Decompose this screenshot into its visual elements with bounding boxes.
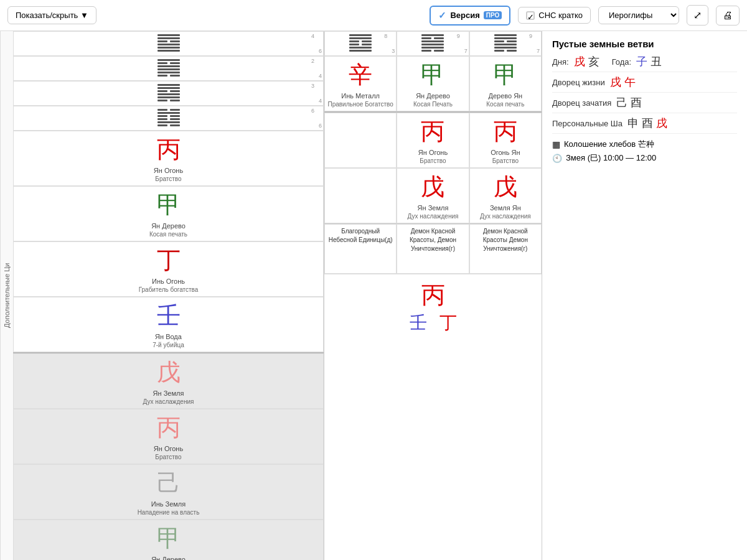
left-panel: 4 6 2 4 <box>13 31 324 560</box>
mid-gray-row2: 戊 Ян Земля Дух наслаждения 戊 Земля Ян Ду… <box>324 168 542 223</box>
mid-cell-2[interactable]: 9 7 <box>397 31 469 56</box>
palace-life-chars: 戌 午 <box>610 75 636 90</box>
num-tl-1: 4 <box>311 33 314 39</box>
mid-l1-2: Ян Дерево <box>398 92 467 100</box>
mid-gg2-l1-3: Земля Ян <box>471 204 540 212</box>
mid-gg2-l1-2: Ян Земля <box>398 204 467 212</box>
mid-l2-3: Косая печать <box>471 100 540 108</box>
gg-l1-3: Инь Земля <box>15 500 322 508</box>
left-g1-2[interactable]: 丙 Ян Огонь Братство <box>13 409 324 464</box>
time-label: Змея (巳) 10:00 — 12:00 <box>566 152 656 164</box>
clock-icon: 🕙 <box>552 154 562 163</box>
main-layout: Дополнительные Ци 4 6 2 4 <box>0 31 747 560</box>
mid-gg-l2-3: Братство <box>471 157 540 165</box>
version-checkmark: ✓ <box>438 10 446 21</box>
personal-sha-label: Персональные Ша <box>552 119 622 128</box>
mid-g1-1 <box>324 113 397 168</box>
left-g1-4[interactable]: 甲 Ян Дерево Косая печать <box>13 520 324 560</box>
h-label1-2: Ян Дерево <box>15 222 322 230</box>
right-panel: Пустые земные ветви Дня: 戌 亥 Года: 子 丑 Д… <box>542 31 747 560</box>
num-br-1: 6 <box>319 48 322 54</box>
year-char-1: 子 <box>636 55 647 68</box>
mid-gg-3: 丙 <box>471 116 540 147</box>
bottom-sub-chars: 壬 丁 <box>329 311 537 335</box>
trigram-2 <box>15 59 322 77</box>
mid-h1-3[interactable]: 甲 Дерево Ян Косая печать <box>469 56 542 111</box>
mid-h1-1[interactable]: 辛 Инь Металл Правильное Богатство <box>324 56 397 111</box>
mid-g1-2[interactable]: 丙 Ян Огонь Братство <box>397 113 469 168</box>
mid-gray-row1: 丙 Ян Огонь Братство 丙 Огонь Ян Братство <box>324 111 542 168</box>
mid-g2-2[interactable]: 戊 Ян Земля Дух наслаждения <box>397 168 469 223</box>
left-cell-1[interactable]: 4 6 <box>13 31 324 56</box>
day-char-1: 戌 <box>574 55 585 68</box>
sidebar-label: Дополнительные Ци <box>0 31 13 560</box>
gg-2: 丙 <box>15 412 322 444</box>
bottom-char-1: 壬 <box>410 311 427 335</box>
gg-1: 戊 <box>15 357 322 388</box>
palace-birth-label: Дворец зачатия <box>552 98 611 108</box>
share-button[interactable]: ⤢ <box>687 5 708 26</box>
gg-l2-3: Нападение на власть <box>15 508 322 516</box>
mid-num-br-2: 7 <box>464 48 467 54</box>
left-h1-3[interactable]: 丁 Инь Огонь Грабитель богатства <box>13 241 324 297</box>
trigram-3 <box>15 84 322 101</box>
print-button[interactable]: 🖨 <box>716 6 740 26</box>
time-row: 🕙 Змея (巳) 10:00 — 12:00 <box>552 152 737 164</box>
sha-char-2: 酉 <box>642 117 653 129</box>
mid-g1-3[interactable]: 丙 Огонь Ян Братство <box>469 113 542 168</box>
h-glyph-4: 壬 <box>15 300 322 332</box>
version-button[interactable]: ✓ Версия ПРО <box>430 6 510 26</box>
gg-3: 己 <box>15 467 322 499</box>
sha-char-1: 申 <box>627 117 639 129</box>
left-hieroglyph-row1: 丙 Ян Огонь Братство 甲 Ян Дерево Косая пе… <box>13 131 324 352</box>
left-h1-1[interactable]: 丙 Ян Огонь Братство <box>13 131 324 186</box>
mid-h1-2[interactable]: 甲 Ян Дерево Косая Печать <box>397 56 469 111</box>
trigram-4 <box>15 109 322 126</box>
mid-l2-2: Косая Печать <box>398 100 467 108</box>
mid-num-tl-1: 8 <box>384 33 387 39</box>
gg-l1-4: Ян Дерево <box>15 556 322 560</box>
day-row: Дня: 戌 亥 Года: 子 丑 <box>552 54 737 72</box>
bottom-hieroglyph: 丙 <box>329 279 537 311</box>
hieroglyph-select[interactable]: Иероглифы <box>598 6 679 24</box>
mid-star-2: Демон Красной Красоты, Демон Уничтожения… <box>397 224 469 274</box>
mid-gg2-l2-2: Дух наслаждения <box>398 212 467 220</box>
toolbar: Показать/скрыть ▼ ✓ Версия ПРО ✓ СНС кра… <box>0 0 747 31</box>
left-cell-4[interactable]: 6 6 <box>13 106 324 131</box>
pl-char-2: 午 <box>624 76 636 88</box>
mid-cell-3[interactable]: 9 7 <box>469 31 542 56</box>
left-g1-3[interactable]: 己 Инь Земля Нападение на власть <box>13 464 324 520</box>
num-tl-4: 6 <box>311 108 314 114</box>
left-cell-2[interactable]: 2 4 <box>13 56 324 81</box>
share-icon: ⤢ <box>693 10 702 21</box>
mid-g2-3[interactable]: 戊 Земля Ян Дух наслаждения <box>469 168 542 223</box>
num-tl-2: 2 <box>311 58 314 64</box>
pb-char-1: 己 <box>616 96 627 109</box>
mid-hieroglyph-row1: 辛 Инь Металл Правильное Богатство 甲 Ян Д… <box>324 56 542 111</box>
left-cell-3[interactable]: 3 4 <box>13 81 324 106</box>
num-br-3: 4 <box>319 98 322 104</box>
cnc-checkbox: ✓ <box>526 11 535 20</box>
palace-life-row: Дворец жизни 戌 午 <box>552 75 737 93</box>
mid-cell-1[interactable]: 8 3 <box>324 31 397 56</box>
cnc-button[interactable]: ✓ СНС кратко <box>518 7 591 24</box>
left-trigram-row: 4 6 2 4 <box>13 31 324 131</box>
personal-sha-chars: 申 酉 戌 <box>627 116 667 131</box>
left-g1-1[interactable]: 戊 Ян Земля Дух наслаждения <box>13 353 324 409</box>
gg-l2-1: Дух наслаждения <box>15 398 322 406</box>
mid-num-br-1: 3 <box>392 48 395 54</box>
left-h1-4[interactable]: 壬 Ян Вода 7-й убийца <box>13 297 324 352</box>
gg-l2-2: Братство <box>15 453 322 461</box>
mid-l2-1: Правильное Богатство <box>326 100 395 108</box>
h-label2-3: Грабитель богатства <box>15 286 322 294</box>
mid-gg-l2-2: Братство <box>398 157 467 165</box>
print-icon: 🖨 <box>723 10 733 21</box>
left-h1-2[interactable]: 甲 Ян Дерево Косая печать <box>13 186 324 241</box>
mid-gg2-2: 戊 <box>398 171 467 203</box>
h-label2-1: Братство <box>15 175 322 183</box>
num-br-2: 4 <box>319 73 322 79</box>
middle-trigram-row: 8 3 9 7 <box>324 31 542 56</box>
show-hide-button[interactable]: Показать/скрыть ▼ <box>7 6 96 24</box>
gg-l1-2: Ян Огонь <box>15 445 322 452</box>
cnc-label: СНС кратко <box>538 11 583 20</box>
